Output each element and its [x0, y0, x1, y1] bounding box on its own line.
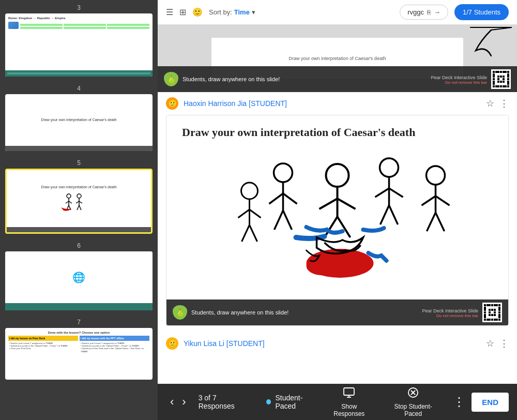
svg-line-10 [77, 205, 79, 210]
copy-icon: ⎘ [427, 9, 431, 16]
pear-deck-label-top: Pear Deck Interactive Slide Do not remov… [431, 75, 487, 85]
sort-by-label: Sort by: [209, 8, 232, 16]
slide-number-7: 7 [5, 319, 153, 326]
sort-value: Time [234, 8, 250, 16]
slide-3-cell [20, 24, 63, 26]
slide-3-cell [64, 24, 106, 26]
sort-by-control[interactable]: Sort by: Time ▾ [209, 8, 255, 16]
svg-line-34 [427, 213, 436, 231]
bottom-bar: ‹ › 3 of 7 Responses Student-Paced Show … [158, 384, 517, 420]
show-responses-button[interactable]: Show Responses [319, 387, 379, 417]
slide-5-text: Draw your own interpretation of Caesar's… [41, 185, 116, 189]
qr-code-2 [482, 303, 502, 322]
slide-3-cell [107, 24, 149, 26]
response-counter: 3 of 7 Responses [199, 394, 250, 410]
slide-5-doodle [58, 192, 100, 213]
more-bottom-icon[interactable]: ⋮ [447, 395, 472, 409]
svg-point-18 [274, 163, 293, 182]
svg-rect-44 [344, 388, 354, 395]
svg-point-24 [380, 158, 399, 177]
student-2-more[interactable]: ⋮ [499, 338, 509, 349]
slide-5-inner: Draw your own interpretation of Caesar's… [5, 169, 153, 234]
svg-point-6 [77, 194, 81, 198]
student-1-name-row: 🙂 Haoxin Harrison Jia [STUDENT] ☆ ⋮ [158, 92, 517, 115]
slide-number-6: 6 [5, 242, 153, 249]
drawing-svg-1 [182, 149, 493, 294]
emoji-icon[interactable]: 🙂 [192, 7, 203, 17]
nav-prev-button[interactable]: ‹ [166, 391, 178, 413]
slide-thumbnail-5[interactable]: 5 Draw your own interpretation of Caesar… [0, 155, 158, 238]
slide-thumbnail-7[interactable]: 7 Done with the lesson? Choose one optio… [0, 314, 158, 384]
stop-circle-icon [407, 387, 419, 398]
svg-line-14 [320, 199, 338, 209]
svg-line-3 [69, 201, 72, 203]
slide-instruction-top: Students, draw anywhere on this slide! [183, 76, 280, 82]
grid-icon[interactable]: ⊞ [179, 7, 186, 17]
slide-thumbnail-3[interactable]: 3 Rome: Kingdom → Republic → Empire [0, 0, 158, 81]
slide-3-cell [64, 27, 106, 29]
svg-line-41 [250, 225, 257, 242]
slide-4-inner: Draw your own interpretation of Caesar's… [5, 94, 153, 151]
slide-number-4: 4 [5, 85, 153, 92]
monitor-icon [343, 387, 355, 398]
slide-3-inner: Rome: Kingdom → Republic → Empire [5, 13, 153, 77]
drawing-slide-title: Draw your own interpretation of Caesar's… [182, 126, 493, 139]
class-code-button[interactable]: rvggc ⎘ → [400, 5, 448, 20]
svg-line-27 [389, 188, 403, 197]
stop-paced-button[interactable]: Stop Student-Paced [379, 387, 447, 417]
svg-point-43 [307, 257, 338, 275]
svg-point-36 [241, 183, 258, 199]
slide-number-3: 3 [5, 4, 153, 11]
svg-line-22 [275, 211, 283, 230]
student-1-star[interactable]: ☆ [486, 98, 494, 109]
svg-line-38 [238, 209, 250, 218]
student-1-avatar: 🙂 [166, 97, 178, 110]
student-2-star[interactable]: ☆ [486, 338, 494, 349]
sidebar: 3 Rome: Kingdom → Republic → Empire [0, 0, 158, 420]
slide-4-text: Draw your own interpretation of Caesar's… [41, 117, 116, 123]
svg-line-28 [381, 205, 389, 224]
list-icon[interactable]: ☰ [166, 7, 173, 17]
student-2-name-row: 🙂 Yikun Lisa Li [STUDENT] ☆ ⋮ [158, 332, 517, 355]
student-1-more[interactable]: ⋮ [499, 98, 509, 109]
end-button[interactable]: END [472, 393, 509, 412]
svg-line-15 [338, 199, 356, 209]
student-1-drawing: Draw your own interpretation of Caesar's… [166, 115, 509, 326]
svg-line-26 [375, 188, 389, 197]
svg-line-39 [250, 209, 261, 218]
qr-code-top [491, 69, 511, 89]
student-2-avatar: 🙂 [166, 337, 178, 350]
nav-next-button[interactable]: › [178, 391, 190, 413]
top-preview-area: Draw your own interpretation of Caesar's… [158, 25, 517, 92]
slide-6-inner: 🌐 [5, 251, 153, 310]
slide-thumbnail-4[interactable]: 4 Draw your own interpretation of Caesar… [0, 81, 158, 155]
svg-line-17 [338, 217, 351, 237]
slide-3-cell [107, 27, 149, 29]
students-button[interactable]: 1/7 Students [454, 4, 509, 20]
svg-line-9 [79, 201, 82, 203]
show-responses-label: Show Responses [327, 403, 371, 417]
arrow-right-icon: → [434, 8, 440, 16]
svg-point-30 [427, 166, 445, 185]
pear-icon-2: 🍐 [173, 305, 187, 320]
svg-line-21 [283, 193, 297, 204]
svg-point-0 [67, 194, 71, 198]
svg-line-40 [242, 225, 250, 242]
student-2-name: Yikun Lisa Li [STUDENT] [184, 339, 481, 348]
slide-3-cell [20, 27, 63, 29]
slide-3-title: Rome: Kingdom → Republic → Empire [8, 17, 149, 20]
svg-line-29 [389, 205, 398, 224]
svg-line-2 [66, 201, 69, 203]
pear-icon: 🍐 [164, 72, 178, 86]
slide-thumbnail-6[interactable]: 6 🌐 [0, 238, 158, 314]
responses-area[interactable]: Draw your own interpretation of Caesar's… [158, 25, 517, 384]
toolbar: ☰ ⊞ 🙂 Sort by: Time ▾ rvggc ⎘ → 1/7 Stud… [158, 0, 517, 25]
slide-7-title: Done with the lesson? Choose one option [8, 331, 149, 334]
slide-number-5: 5 [5, 159, 153, 167]
slide-7-col-blue: I did my lesson with the PPT offline [80, 336, 149, 341]
stop-icon [407, 387, 419, 401]
student-1-name: Haoxin Harrison Jia [STUDENT] [184, 99, 481, 108]
svg-point-12 [326, 164, 349, 187]
student-paced-indicator: Student-Paced [266, 394, 318, 410]
drawing-slide-1: Draw your own interpretation of Caesar's… [166, 115, 508, 299]
